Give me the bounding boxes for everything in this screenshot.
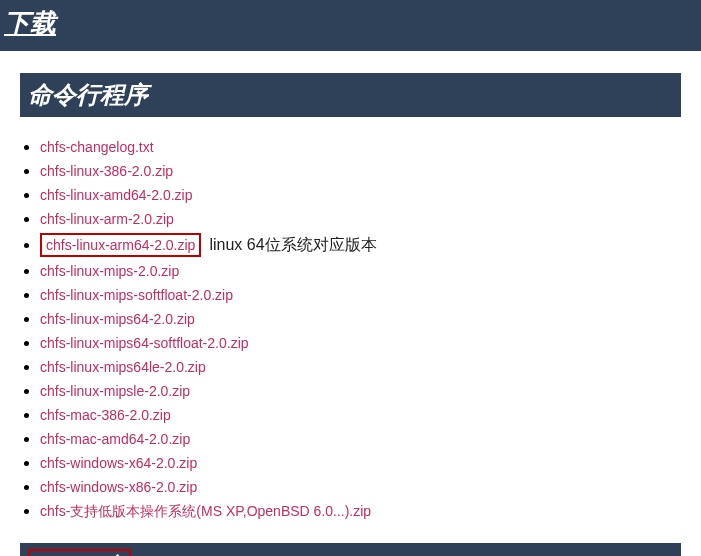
list-item: chfs-linux-arm64-2.0.ziplinux 64位系统对应版本	[40, 233, 681, 257]
list-item: chfs-linux-386-2.0.zip	[40, 161, 681, 181]
cli-download-link[interactable]: chfs-支持低版本操作系统(MS XP,OpenBSD 6.0...).zip	[40, 503, 371, 519]
cli-download-link[interactable]: chfs-windows-x64-2.0.zip	[40, 455, 197, 471]
cli-download-link[interactable]: chfs-windows-x86-2.0.zip	[40, 479, 197, 495]
cli-download-link[interactable]: chfs-linux-mips64le-2.0.zip	[40, 359, 206, 375]
cli-download-list: chfs-changelog.txtchfs-linux-386-2.0.zip…	[20, 117, 681, 521]
list-item: chfs-linux-arm-2.0.zip	[40, 209, 681, 229]
cli-download-link[interactable]: chfs-linux-mipsle-2.0.zip	[40, 383, 190, 399]
list-item: chfs-windows-x64-2.0.zip	[40, 453, 681, 473]
page-title: 下载	[4, 6, 56, 41]
cli-download-link[interactable]: chfs-linux-mips64-2.0.zip	[40, 311, 195, 327]
list-item: chfs-mac-amd64-2.0.zip	[40, 429, 681, 449]
section-title-gui: GUI程序	[28, 549, 131, 556]
cli-download-link[interactable]: chfs-linux-mips-2.0.zip	[40, 263, 179, 279]
content: 命令行程序 chfs-changelog.txtchfs-linux-386-2…	[0, 73, 701, 556]
cli-download-link[interactable]: chfs-linux-386-2.0.zip	[40, 163, 173, 179]
cli-download-link[interactable]: chfs-changelog.txt	[40, 139, 154, 155]
page-header: 下载	[0, 0, 701, 51]
list-item: chfs-windows-x86-2.0.zip	[40, 477, 681, 497]
list-item: chfs-支持低版本操作系统(MS XP,OpenBSD 6.0...).zip	[40, 501, 681, 521]
section-header-cli: 命令行程序	[20, 73, 681, 117]
cli-download-link[interactable]: chfs-mac-amd64-2.0.zip	[40, 431, 190, 447]
list-item: chfs-linux-mips64le-2.0.zip	[40, 357, 681, 377]
list-item: chfs-linux-mipsle-2.0.zip	[40, 381, 681, 401]
cli-download-link[interactable]: chfs-linux-mips-softfloat-2.0.zip	[40, 287, 233, 303]
section-title-cli: 命令行程序	[28, 79, 148, 111]
cli-download-link[interactable]: chfs-linux-arm64-2.0.zip	[40, 233, 201, 257]
list-item: chfs-linux-mips-softfloat-2.0.zip	[40, 285, 681, 305]
list-item: chfs-mac-386-2.0.zip	[40, 405, 681, 425]
cli-download-link[interactable]: chfs-linux-amd64-2.0.zip	[40, 187, 193, 203]
section-header-gui: GUI程序	[20, 543, 681, 556]
list-item: chfs-linux-mips64-2.0.zip	[40, 309, 681, 329]
list-item: chfs-linux-mips-2.0.zip	[40, 261, 681, 281]
list-item: chfs-linux-mips64-softfloat-2.0.zip	[40, 333, 681, 353]
cli-download-link[interactable]: chfs-linux-arm-2.0.zip	[40, 211, 174, 227]
cli-download-link[interactable]: chfs-mac-386-2.0.zip	[40, 407, 171, 423]
cli-download-link[interactable]: chfs-linux-mips64-softfloat-2.0.zip	[40, 335, 249, 351]
list-item: chfs-changelog.txt	[40, 137, 681, 157]
list-item: chfs-linux-amd64-2.0.zip	[40, 185, 681, 205]
annotation: linux 64位系统对应版本	[209, 236, 376, 253]
